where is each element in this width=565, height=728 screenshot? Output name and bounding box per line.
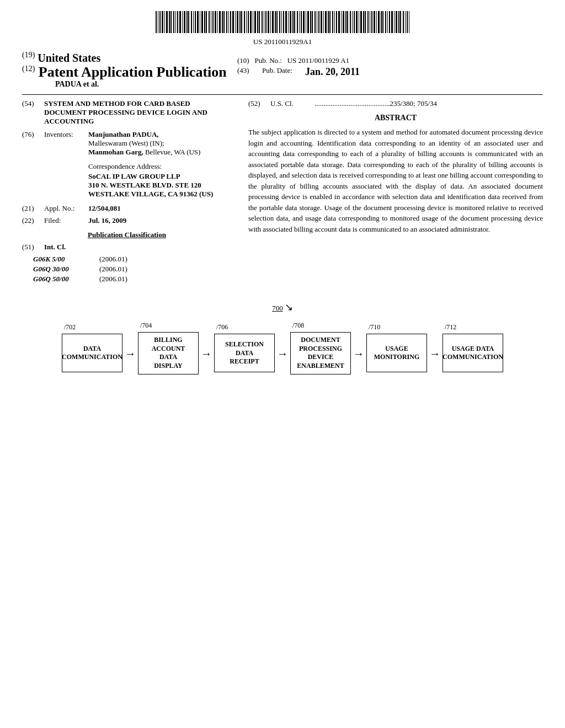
pub-no-label: Pub. No.: — [254, 56, 281, 65]
int-cl-row: (51) Int. Cl. — [22, 243, 232, 251]
corr-line2: 310 N. WESTLAKE BLVD. STE 120 — [88, 181, 232, 190]
appl-no-row: (21) Appl. No.: 12/504,081 — [22, 204, 232, 213]
header-section: (19) United States (12) Patent Applicati… — [22, 51, 543, 89]
pub-date-label: Pub. Date: — [262, 66, 292, 78]
int-cl-section: (51) Int. Cl. G06K 5/00(2006.01)G06Q 30/… — [22, 243, 232, 283]
int-cl-code: G06K 5/00 — [33, 255, 88, 264]
barcode-image — [156, 11, 409, 33]
flow-box-702: DATACOMMUNICATION — [62, 334, 122, 372]
inventor1-name: Manjunathan PADUA, — [88, 130, 159, 138]
pub-no-line: (10) Pub. No.: US 2011/0011929 A1 — [237, 56, 543, 65]
flow-box-710: USAGEMONITORING — [366, 334, 427, 372]
inventor2-loc: Bellevue, WA (US) — [145, 148, 201, 156]
int-cl-code: G06Q 50/00 — [33, 275, 88, 283]
right-column: (52) U.S. Cl. ..........................… — [248, 99, 543, 285]
abstract-title: ABSTRACT — [248, 114, 543, 122]
pub-no-value: US 2011/0011929 A1 — [287, 56, 349, 65]
barcode-section — [22, 11, 543, 35]
inventor1-loc: Malleswaram (West) (IN); — [88, 139, 164, 147]
int-cl-date: (2006.01) — [99, 275, 127, 283]
appl-value: 12/504,081 — [88, 204, 121, 213]
flow-ref-702: /702 — [64, 323, 76, 331]
country-name: United States — [38, 52, 100, 64]
appl-num: (21) — [22, 204, 44, 213]
filed-num: (22) — [22, 216, 44, 225]
flow-ref-712: /712 — [445, 323, 456, 331]
header-left: (19) United States (12) Patent Applicati… — [22, 51, 232, 89]
int-cl-item: G06Q 50/00(2006.01) — [33, 275, 232, 283]
pub-no-num: (10) — [237, 56, 249, 65]
flow-arrow-0: → — [122, 347, 138, 360]
flow-box-708: DOCUMENTPROCESSINGDEVICEENABLEMENT — [290, 332, 351, 374]
inventor2-name: Manmohan Garg, — [88, 148, 143, 156]
flow-node-702: /702DATACOMMUNICATION — [62, 323, 122, 372]
flow-box-712: USAGE DATACOMMUNICATION — [443, 334, 503, 372]
flow-box-706: SELECTIONDATARECEIPT — [214, 334, 275, 372]
inventors-content: Manjunathan PADUA, Malleswaram (West) (I… — [88, 130, 232, 157]
pub-date-value: Jan. 20, 2011 — [305, 66, 360, 78]
flow-box-704: BILLINGACCOUNTDATADISPLAY — [138, 332, 199, 374]
pub-date-line: (43) Pub. Date: Jan. 20, 2011 — [237, 66, 543, 78]
header-divider — [22, 94, 543, 95]
us-cl-label: U.S. Cl. — [270, 99, 315, 108]
title-content: SYSTEM AND METHOD FOR CARD BASED DOCUMEN… — [44, 99, 232, 126]
abstract-text: The subject application is directed to a… — [248, 127, 543, 234]
diagram-label: 700 ↘ — [22, 301, 543, 313]
int-cl-date: (2006.01) — [99, 255, 127, 264]
flow-arrow-1: → — [199, 347, 214, 360]
pub-class-heading: Publication Classification — [22, 231, 232, 239]
flow-arrow-4: → — [427, 347, 443, 360]
header-right: (10) Pub. No.: US 2011/0011929 A1 (43) P… — [232, 51, 543, 78]
diagram-num: 700 — [272, 304, 283, 312]
int-cl-code: G06Q 30/00 — [33, 265, 88, 274]
int-cl-items: G06K 5/00(2006.01)G06Q 30/00(2006.01)G06… — [33, 255, 232, 283]
flow-ref-708: /708 — [292, 322, 304, 330]
us-cl-num: (52) — [248, 99, 270, 108]
int-cl-num: (51) — [22, 243, 44, 251]
us-cl-row: (52) U.S. Cl. ..........................… — [248, 99, 543, 108]
pub-date-num: (43) — [237, 66, 249, 78]
correspondence-address: Correspondence Address: SoCAL IP LAW GRO… — [88, 162, 232, 199]
flow-ref-710: /710 — [369, 323, 380, 331]
pub-type: Patent Application Publication — [39, 64, 227, 80]
diagram-arrow: ↘ — [285, 302, 293, 313]
flow-arrow-2: → — [275, 347, 290, 360]
int-cl-item: G06K 5/00(2006.01) — [33, 255, 232, 264]
left-column: (54) SYSTEM AND METHOD FOR CARD BASED DO… — [22, 99, 232, 285]
flowchart: /702DATACOMMUNICATION→/704BILLINGACCOUNT… — [34, 322, 531, 374]
diagram-section: 700 ↘ /702DATACOMMUNICATION→/704BILLINGA… — [22, 301, 543, 374]
flow-node-704: /704BILLINGACCOUNTDATADISPLAY — [138, 322, 199, 374]
flow-ref-706: /706 — [216, 323, 228, 331]
corr-line3: WESTLAKE VILLAGE, CA 91362 (US) — [88, 190, 232, 199]
filed-value: Jul. 16, 2009 — [88, 216, 126, 225]
flow-node-710: /710USAGEMONITORING — [366, 323, 427, 372]
filed-row: (22) Filed: Jul. 16, 2009 — [22, 216, 232, 225]
int-cl-date: (2006.01) — [99, 265, 127, 274]
flow-node-712: /712USAGE DATACOMMUNICATION — [443, 323, 503, 372]
us-cl-dots: ........................................… — [315, 99, 390, 108]
corr-line1: SoCAL IP LAW GROUP LLP — [88, 172, 232, 181]
title-field: (54) SYSTEM AND METHOD FOR CARD BASED DO… — [22, 99, 232, 126]
inventors-field: (76) Inventors: Manjunathan PADUA, Malle… — [22, 130, 232, 157]
title-num: (54) — [22, 99, 44, 126]
us-cl-value: 235/380; 705/34 — [390, 99, 438, 108]
int-cl-label: Int. Cl. — [44, 243, 88, 251]
int-cl-item: G06Q 30/00(2006.01) — [33, 265, 232, 274]
patent-number: US 20110011929A1 — [22, 38, 543, 46]
applicant-line: PADUA et al. — [55, 80, 232, 89]
flow-node-706: /706SELECTIONDATARECEIPT — [214, 323, 275, 372]
filed-label: Filed: — [44, 216, 88, 225]
publication-line: (12) Patent Application Publication — [22, 65, 232, 81]
inventors-num: (76) — [22, 130, 44, 157]
main-content: (54) SYSTEM AND METHOD FOR CARD BASED DO… — [22, 99, 543, 285]
country-num: (19) — [22, 51, 35, 59]
inventors-label: Inventors: — [44, 130, 88, 157]
flow-ref-704: /704 — [140, 322, 152, 330]
flow-arrow-3: → — [351, 347, 366, 360]
pub-type-num: (12) — [22, 65, 35, 73]
flow-node-708: /708DOCUMENTPROCESSINGDEVICEENABLEMENT — [290, 322, 351, 374]
appl-label: Appl. No.: — [44, 204, 88, 213]
country-line: (19) United States — [22, 51, 232, 65]
corr-label: Correspondence Address: — [88, 162, 232, 171]
